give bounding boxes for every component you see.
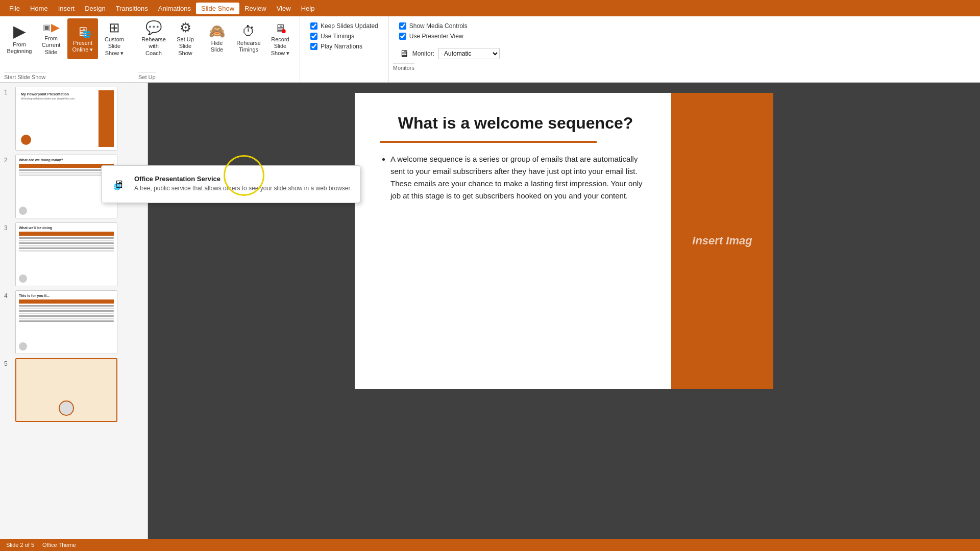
monitors-checkboxes: Show Media Controls Use Presenter View xyxy=(393,18,474,44)
ribbon-group-start-slideshow: ▶ FromBeginning ▣▶ FromCurrent Slide 🖥 🌐… xyxy=(0,16,134,82)
rehearse-coach-icon: 💬 xyxy=(145,21,162,34)
slide-number-3: 3 xyxy=(4,222,12,232)
theme-status: Office Theme xyxy=(42,542,76,548)
menu-help[interactable]: Help xyxy=(296,3,320,14)
office-presentation-service-item[interactable]: 🖥 🌐 Office Presentation Service A free, … xyxy=(102,170,360,198)
monitors-footer: Monitors xyxy=(393,63,414,71)
setup-footer: Set Up xyxy=(138,72,156,80)
hide-slide-icon: 🙈 xyxy=(209,24,225,38)
slide-item-5[interactable]: 5 xyxy=(4,358,143,422)
slide-divider xyxy=(380,141,597,143)
office-service-text: Office Presentation Service A free, publ… xyxy=(134,175,352,193)
main-area: 1 My Powerpoint Presentation Workshop wi… xyxy=(0,83,980,551)
keep-slides-updated-checkbox[interactable] xyxy=(310,22,317,30)
monitor-selector-row: 🖥 Monitor: Automatic Monitor 1 Monitor 2 xyxy=(393,46,506,61)
setup-slideshow-label: Set UpSlide Show xyxy=(172,36,199,57)
record-slideshow-button[interactable]: 🖥 ⏺ Record SlideShow ▾ xyxy=(265,18,296,59)
rehearse-timings-button[interactable]: ⏱ RehearseTimings xyxy=(233,18,264,59)
keep-slides-updated-label: Keep Slides Updated xyxy=(321,22,378,30)
slide3-title: What we'll be doing xyxy=(19,226,114,230)
slide-item-4[interactable]: 4 This is for you if... xyxy=(4,290,143,354)
setup-buttons: 💬 Rehearsewith Coach ⚙ Set UpSlide Show … xyxy=(138,18,296,70)
slide4-title: This is for you if... xyxy=(19,294,114,297)
slide-item-1[interactable]: 1 My Powerpoint Presentation Workshop wi… xyxy=(4,87,143,151)
start-slideshow-footer: Start Slide Show xyxy=(4,72,45,80)
use-timings-checkbox[interactable] xyxy=(310,33,317,40)
rehearse-timings-label: RehearseTimings xyxy=(236,40,261,53)
monitor-select[interactable]: Automatic Monitor 1 Monitor 2 xyxy=(438,48,500,59)
slide2-title: What are we doing today? xyxy=(19,158,114,162)
menu-view[interactable]: View xyxy=(272,3,296,14)
use-presenter-view-label: Use Presenter View xyxy=(409,33,463,40)
ribbon: ▶ FromBeginning ▣▶ FromCurrent Slide 🖥 🌐… xyxy=(0,16,980,83)
menu-bar: File Home Insert Design Transitions Anim… xyxy=(0,0,980,16)
play-narrations-checkbox[interactable] xyxy=(310,43,317,50)
custom-slideshow-label: Custom SlideShow ▾ xyxy=(101,36,128,57)
slide-number-2: 2 xyxy=(4,155,12,164)
rehearse-coach-button[interactable]: 💬 Rehearsewith Coach xyxy=(138,18,169,59)
from-beginning-button[interactable]: ▶ FromBeginning xyxy=(4,18,35,59)
from-beginning-label: FromBeginning xyxy=(7,41,32,55)
slide-body: A welcome sequence is a series or group … xyxy=(380,153,651,202)
menu-insert[interactable]: Insert xyxy=(53,3,80,14)
use-presenter-view-checkbox[interactable] xyxy=(399,33,406,40)
insert-image-text: Insert Imag xyxy=(692,234,752,247)
monitor-icon: 🖥 xyxy=(399,48,408,59)
from-current-button[interactable]: ▣▶ FromCurrent Slide xyxy=(36,18,66,59)
office-service-icon: 🖥 🌐 xyxy=(110,175,128,193)
ribbon-content: ▶ FromBeginning ▣▶ FromCurrent Slide 🖥 🌐… xyxy=(0,16,980,82)
slide-number-4: 4 xyxy=(4,290,12,299)
present-online-button[interactable]: 🖥 🌐 PresentOnline ▾ xyxy=(67,18,98,59)
menu-animations[interactable]: Animations xyxy=(153,3,196,14)
custom-slide-show-button[interactable]: ⊞ Custom SlideShow ▾ xyxy=(99,18,130,59)
menu-home[interactable]: Home xyxy=(25,3,53,14)
slide-body-text: A welcome sequence is a series or group … xyxy=(390,153,651,202)
ribbon-group-monitors: Show Media Controls Use Presenter View 🖥… xyxy=(389,16,510,82)
slide1-subtitle: Workshop with tools duties and storytell… xyxy=(21,97,94,100)
options-checkboxes: Keep Slides Updated Use Timings Play Nar… xyxy=(304,18,384,54)
menu-transitions[interactable]: Transitions xyxy=(111,3,153,14)
use-presenter-view-row[interactable]: Use Presenter View xyxy=(399,33,468,40)
slide-number-1: 1 xyxy=(4,87,12,96)
slide-main: What is a welcome sequence? A welcome se… xyxy=(148,83,980,551)
start-slideshow-buttons: ▶ FromBeginning ▣▶ FromCurrent Slide 🖥 🌐… xyxy=(4,18,130,70)
menu-review[interactable]: Review xyxy=(239,3,272,14)
slide-thumb-4[interactable]: This is for you if... xyxy=(15,290,117,354)
present-online-icon: 🖥 🌐 xyxy=(77,24,89,38)
present-online-dropdown: 🖥 🌐 Office Presentation Service A free, … xyxy=(101,165,360,203)
slide-title: What is a welcome sequence? xyxy=(380,113,651,133)
show-media-controls-checkbox[interactable] xyxy=(399,22,406,30)
slide-thumb-5[interactable] xyxy=(15,358,117,422)
use-timings-label: Use Timings xyxy=(321,33,354,40)
menu-design[interactable]: Design xyxy=(80,3,110,14)
slide-status: Slide 2 of 5 xyxy=(6,542,34,548)
slide-left-content: What is a welcome sequence? A welcome se… xyxy=(355,93,671,389)
slide-item-3[interactable]: 3 What we'll be doing xyxy=(4,222,143,286)
office-service-title: Office Presentation Service xyxy=(134,175,352,183)
setup-slideshow-button[interactable]: ⚙ Set UpSlide Show xyxy=(170,18,201,59)
show-media-controls-row[interactable]: Show Media Controls xyxy=(399,22,468,30)
rehearse-coach-label: Rehearsewith Coach xyxy=(140,36,167,57)
slide-thumb-3[interactable]: What we'll be doing xyxy=(15,222,117,286)
monitor-label: Monitor: xyxy=(412,50,434,57)
menu-file[interactable]: File xyxy=(4,3,25,14)
use-timings-row[interactable]: Use Timings xyxy=(310,33,378,40)
record-slideshow-label: Record SlideShow ▾ xyxy=(266,36,294,57)
play-narrations-label: Play Narrations xyxy=(321,43,362,50)
slide-panel: 1 My Powerpoint Presentation Workshop wi… xyxy=(0,83,148,551)
keep-slides-updated-row[interactable]: Keep Slides Updated xyxy=(310,22,378,30)
status-bar: Slide 2 of 5 Office Theme xyxy=(0,539,980,551)
menu-slideshow[interactable]: Slide Show xyxy=(196,3,239,14)
show-media-controls-label: Show Media Controls xyxy=(409,22,468,30)
office-service-description: A free, public service that allows other… xyxy=(134,184,352,193)
slide-number-5: 5 xyxy=(4,358,12,367)
record-slideshow-icon: 🖥 ⏺ xyxy=(275,21,286,34)
hide-slide-button[interactable]: 🙈 HideSlide xyxy=(202,18,232,59)
from-current-label: FromCurrent Slide xyxy=(37,35,65,56)
present-online-label: PresentOnline ▾ xyxy=(72,40,93,53)
play-narrations-row[interactable]: Play Narrations xyxy=(310,43,378,50)
from-current-icon: ▣▶ xyxy=(43,22,60,33)
dropdown-menu: 🖥 🌐 Office Presentation Service A free, … xyxy=(101,165,360,203)
slide-thumb-1[interactable]: My Powerpoint Presentation Workshop with… xyxy=(15,87,117,151)
setup-slideshow-icon: ⚙ xyxy=(180,21,191,34)
